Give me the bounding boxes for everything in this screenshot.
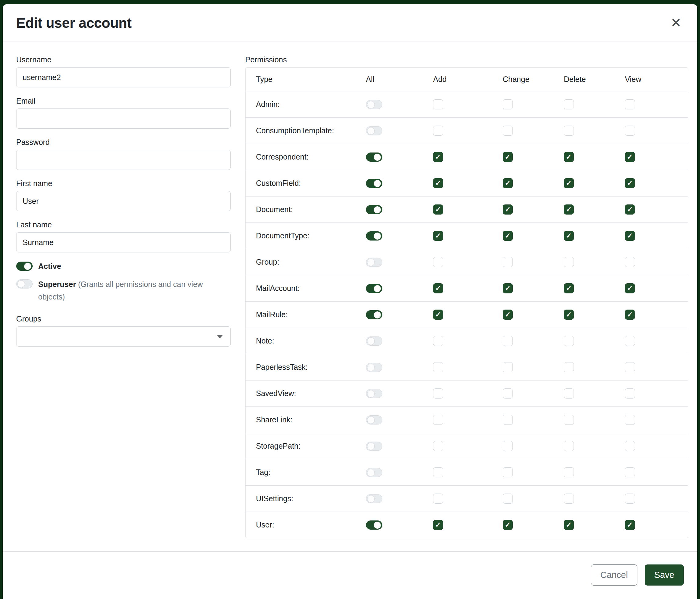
perm-all-toggle[interactable] xyxy=(366,258,382,267)
perm-view-checkbox[interactable]: ✓ xyxy=(625,283,635,293)
perm-view-checkbox[interactable] xyxy=(625,362,635,372)
perm-all-toggle[interactable] xyxy=(366,521,382,530)
save-button[interactable]: Save xyxy=(645,565,684,585)
perm-all-toggle[interactable] xyxy=(366,126,382,136)
perm-add-checkbox[interactable] xyxy=(433,99,443,110)
perm-delete-checkbox[interactable]: ✓ xyxy=(564,310,574,320)
perm-all-toggle[interactable] xyxy=(366,415,382,425)
perm-change-checkbox[interactable] xyxy=(503,441,513,451)
perm-all-toggle[interactable] xyxy=(366,441,382,451)
perm-all-toggle[interactable] xyxy=(366,205,382,214)
perm-add-checkbox[interactable] xyxy=(433,415,443,425)
permission-type-label: Tag: xyxy=(246,468,355,477)
perm-delete-checkbox[interactable] xyxy=(564,126,574,136)
perm-all-toggle[interactable] xyxy=(366,179,382,188)
perm-view-checkbox[interactable]: ✓ xyxy=(625,310,635,320)
perm-view-checkbox[interactable]: ✓ xyxy=(625,520,635,530)
perm-delete-checkbox[interactable] xyxy=(564,362,574,372)
perm-add-checkbox[interactable] xyxy=(433,336,443,346)
perm-delete-checkbox[interactable] xyxy=(564,388,574,399)
perm-add-checkbox[interactable] xyxy=(433,257,443,267)
perm-change-checkbox[interactable] xyxy=(503,99,513,110)
perm-add-checkbox[interactable]: ✓ xyxy=(433,178,443,188)
perm-change-checkbox[interactable] xyxy=(503,336,513,346)
perm-view-checkbox[interactable] xyxy=(625,388,635,399)
perm-all-toggle[interactable] xyxy=(366,152,382,162)
perm-view-checkbox[interactable] xyxy=(625,126,635,136)
perm-add-checkbox[interactable]: ✓ xyxy=(433,231,443,241)
perm-change-checkbox[interactable]: ✓ xyxy=(503,310,513,320)
perm-change-checkbox[interactable]: ✓ xyxy=(503,205,513,215)
perm-view-checkbox[interactable] xyxy=(625,494,635,504)
perm-change-checkbox[interactable] xyxy=(503,467,513,477)
perm-all-toggle[interactable] xyxy=(366,363,382,372)
perm-view-checkbox[interactable]: ✓ xyxy=(625,178,635,188)
perm-change-checkbox[interactable] xyxy=(503,362,513,372)
perm-change-checkbox[interactable]: ✓ xyxy=(503,283,513,293)
last-name-input[interactable] xyxy=(16,232,231,253)
permission-row: User:✓✓✓✓ xyxy=(246,511,688,538)
perm-all-toggle[interactable] xyxy=(366,231,382,241)
perm-view-checkbox[interactable]: ✓ xyxy=(625,231,635,241)
perm-add-checkbox[interactable]: ✓ xyxy=(433,283,443,293)
perm-change-checkbox[interactable]: ✓ xyxy=(503,178,513,188)
perm-delete-checkbox[interactable] xyxy=(564,494,574,504)
perm-add-checkbox[interactable] xyxy=(433,494,443,504)
perm-all-toggle[interactable] xyxy=(366,468,382,477)
perm-add-checkbox[interactable] xyxy=(433,467,443,477)
username-input[interactable] xyxy=(16,67,231,88)
perm-view-checkbox[interactable] xyxy=(625,336,635,346)
perm-change-checkbox[interactable] xyxy=(503,415,513,425)
username-field-group: Username xyxy=(16,55,231,88)
perm-add-checkbox[interactable] xyxy=(433,126,443,136)
perm-all-toggle[interactable] xyxy=(366,100,382,109)
perm-delete-checkbox[interactable] xyxy=(564,257,574,267)
perm-change-checkbox[interactable] xyxy=(503,494,513,504)
perm-delete-checkbox[interactable]: ✓ xyxy=(564,520,574,530)
perm-view-checkbox[interactable] xyxy=(625,99,635,110)
perm-all-toggle[interactable] xyxy=(366,310,382,319)
perm-add-checkbox[interactable] xyxy=(433,388,443,399)
perm-change-checkbox[interactable]: ✓ xyxy=(503,231,513,241)
perm-delete-checkbox[interactable]: ✓ xyxy=(564,205,574,215)
perm-view-checkbox[interactable] xyxy=(625,415,635,425)
perm-delete-checkbox[interactable]: ✓ xyxy=(564,231,574,241)
perm-change-checkbox[interactable] xyxy=(503,388,513,399)
perm-all-toggle[interactable] xyxy=(366,494,382,503)
perm-add-checkbox[interactable] xyxy=(433,362,443,372)
email-input[interactable] xyxy=(16,109,231,129)
perm-delete-checkbox[interactable] xyxy=(564,99,574,110)
cancel-button[interactable]: Cancel xyxy=(591,565,638,585)
perm-change-checkbox[interactable] xyxy=(503,257,513,267)
permission-type-label: Group: xyxy=(246,258,355,266)
perm-change-checkbox[interactable] xyxy=(503,126,513,136)
perm-add-checkbox[interactable]: ✓ xyxy=(433,310,443,320)
groups-select[interactable] xyxy=(16,327,231,346)
perm-delete-checkbox[interactable] xyxy=(564,467,574,477)
perm-add-checkbox[interactable] xyxy=(433,441,443,451)
close-icon[interactable]: ✕ xyxy=(668,15,684,30)
perm-change-checkbox[interactable]: ✓ xyxy=(503,520,513,530)
perm-change-checkbox[interactable]: ✓ xyxy=(503,152,513,162)
perm-add-checkbox[interactable]: ✓ xyxy=(433,205,443,215)
active-toggle[interactable] xyxy=(16,262,33,271)
perm-delete-checkbox[interactable] xyxy=(564,336,574,346)
superuser-toggle[interactable] xyxy=(16,279,33,288)
password-input[interactable] xyxy=(16,150,231,170)
perm-add-checkbox[interactable]: ✓ xyxy=(433,152,443,162)
perm-all-toggle[interactable] xyxy=(366,336,382,346)
perm-view-checkbox[interactable] xyxy=(625,467,635,477)
perm-view-checkbox[interactable] xyxy=(625,257,635,267)
perm-delete-checkbox[interactable] xyxy=(564,441,574,451)
perm-view-checkbox[interactable]: ✓ xyxy=(625,152,635,162)
perm-view-checkbox[interactable] xyxy=(625,441,635,451)
perm-delete-checkbox[interactable] xyxy=(564,415,574,425)
perm-delete-checkbox[interactable]: ✓ xyxy=(564,152,574,162)
first-name-input[interactable] xyxy=(16,191,231,211)
perm-all-toggle[interactable] xyxy=(366,389,382,398)
perm-delete-checkbox[interactable]: ✓ xyxy=(564,283,574,293)
perm-view-checkbox[interactable]: ✓ xyxy=(625,205,635,215)
perm-all-toggle[interactable] xyxy=(366,284,382,293)
perm-add-checkbox[interactable]: ✓ xyxy=(433,520,443,530)
perm-delete-checkbox[interactable]: ✓ xyxy=(564,178,574,188)
